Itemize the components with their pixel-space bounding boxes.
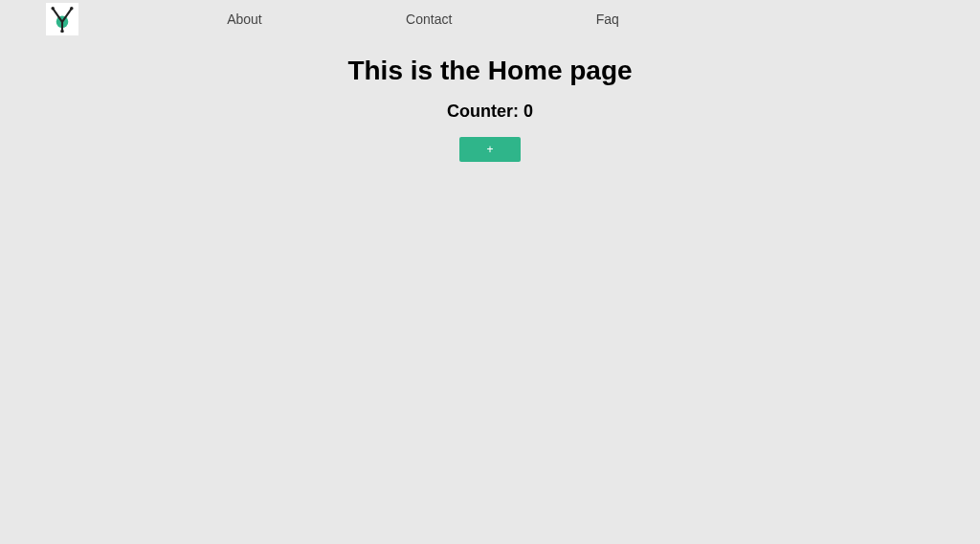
svg-point-5 (70, 7, 74, 11)
logo[interactable] (46, 3, 78, 35)
counter-label: Counter: (447, 102, 523, 121)
nav-link-contact[interactable]: Contact (406, 11, 452, 27)
increment-button[interactable]: + (459, 137, 521, 162)
counter-display: Counter: 0 (0, 102, 980, 122)
svg-point-6 (60, 30, 64, 33)
logo-icon (49, 6, 76, 33)
counter-value: 0 (523, 102, 533, 121)
main-content: This is the Home page Counter: 0 + (0, 56, 980, 162)
navbar: About Contact Faq (0, 0, 980, 38)
nav-link-faq[interactable]: Faq (596, 11, 619, 27)
nav-link-about[interactable]: About (227, 11, 262, 27)
nav-links: About Contact Faq (155, 11, 691, 27)
svg-point-4 (51, 7, 55, 11)
page-title: This is the Home page (0, 56, 980, 86)
